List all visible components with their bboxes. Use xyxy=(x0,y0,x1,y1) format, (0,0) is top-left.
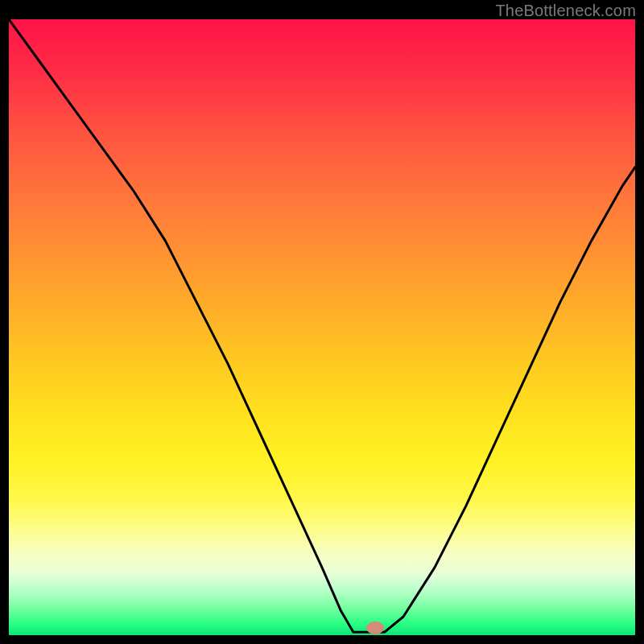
chart-background-gradient xyxy=(9,19,635,635)
watermark-text: TheBottleneck.com xyxy=(495,2,636,20)
chart-frame xyxy=(9,19,635,635)
bottleneck-marker xyxy=(366,621,384,634)
